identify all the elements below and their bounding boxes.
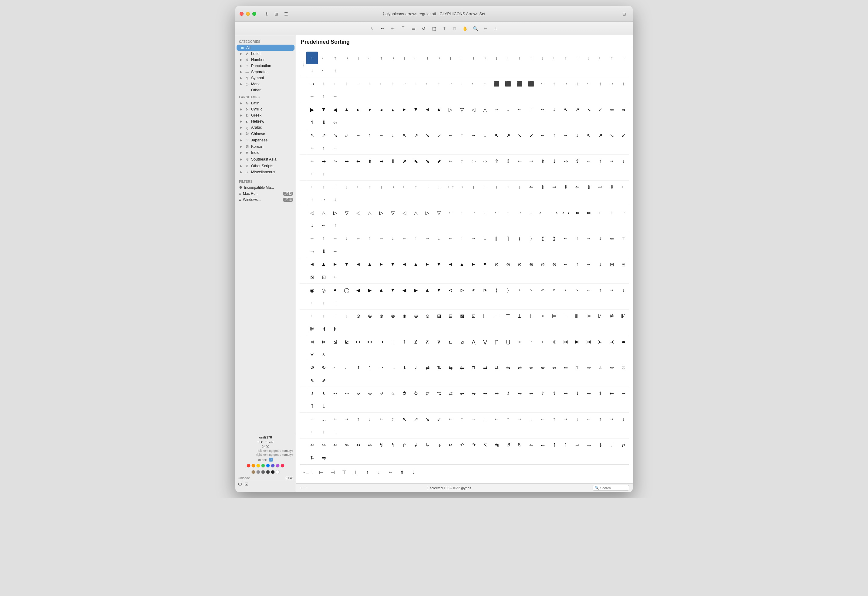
glyph-cell[interactable]: ← (583, 413, 595, 426)
glyph-cell[interactable]: ⟦ (491, 232, 502, 245)
glyph-cell[interactable]: ↖ (399, 129, 410, 142)
glyph-cell[interactable]: ⇔ (606, 361, 617, 374)
glyph-cell[interactable]: ▼ (318, 103, 329, 116)
glyph-cell[interactable]: ▽ (387, 206, 399, 219)
glyph-cell[interactable]: ↓ (617, 284, 629, 296)
sidebar-item-symbol[interactable]: ▶ ¶ Symbol (236, 75, 294, 81)
glyph-cell[interactable]: ⊽ (433, 335, 444, 348)
glyph-cell[interactable]: ← (595, 206, 606, 219)
glyph-cell[interactable]: → (560, 77, 571, 90)
glyph-cell[interactable]: ↖ (583, 129, 595, 142)
glyph-cell[interactable]: ↔ (537, 103, 548, 116)
settings-button[interactable]: ⚙ (238, 482, 242, 487)
glyph-cell[interactable]: ⇧ (583, 180, 595, 193)
glyph-cell[interactable]: ↓ (537, 52, 548, 64)
measure-tool[interactable]: ⊢ (481, 24, 490, 33)
glyph-cell[interactable]: ⇑ (306, 116, 318, 129)
glyph-cell[interactable]: ⋊ (583, 335, 595, 348)
glyph-cell[interactable]: → (329, 90, 341, 103)
glyph-cell[interactable]: ⬈ (399, 155, 410, 167)
glyph-cell[interactable]: ⇋ (502, 361, 514, 374)
glyph-cell[interactable]: ⇨ (479, 155, 491, 167)
glyph-cell[interactable]: ⊬ (595, 309, 606, 322)
glyph-cell[interactable]: → (525, 52, 537, 64)
glyph-cell[interactable]: ← (306, 232, 318, 245)
glyph-cell[interactable]: ← (375, 77, 387, 90)
glyph-cell[interactable]: ▼ (433, 284, 444, 296)
glyph-cell[interactable]: ⇓ (318, 245, 329, 257)
glyph-cell[interactable]: ⊻ (410, 335, 422, 348)
glyph-cell[interactable]: → (617, 206, 629, 219)
color-purple[interactable] (276, 464, 280, 467)
glyph-cell[interactable]: → (583, 258, 595, 271)
glyph-cell[interactable]: → (468, 232, 479, 245)
glyph-cell[interactable]: ⥕ (318, 400, 329, 413)
glyph-cell[interactable]: → (468, 413, 479, 426)
zoom-tool[interactable]: 🔍 (471, 24, 480, 33)
glyph-cell[interactable]: ↭ (353, 439, 364, 451)
glyph-cell[interactable]: ↙ (595, 103, 606, 116)
glyph-cell[interactable]: ↑ (456, 206, 468, 219)
glyph-cell[interactable]: ⬛ (491, 77, 502, 90)
glyph-cell[interactable]: ◄ (353, 258, 364, 271)
glyph-cell[interactable]: ⊵ (479, 284, 491, 296)
glyph-cell[interactable]: ▲ (364, 258, 375, 271)
glyph-cell[interactable]: ⇗ (318, 374, 329, 387)
glyph-cell[interactable]: ▲ (318, 258, 329, 271)
text-tool[interactable]: T (440, 24, 449, 33)
glyph-cell[interactable]: ➔ (306, 77, 318, 90)
glyph-cell[interactable]: ⇖ (306, 374, 318, 387)
glyph-cell[interactable]: ↗ (571, 103, 583, 116)
glyph-cell[interactable]: ↑ (422, 52, 433, 64)
glyph-cell[interactable]: ↓ (617, 155, 629, 167)
glyph-cell[interactable]: → (375, 129, 387, 142)
glyph-cell[interactable]: ↳ (422, 439, 433, 451)
glyph-cell[interactable]: ⬋ (433, 155, 444, 167)
glyph-cell[interactable]: ← (353, 129, 364, 142)
glyph-cell[interactable]: ⇔ (329, 116, 341, 129)
glyph-cell[interactable]: ← (595, 52, 606, 64)
glyph-cell[interactable]: → (387, 52, 399, 64)
glyph-cell[interactable]: ← (548, 52, 560, 64)
glyph-cell[interactable]: ↙ (433, 129, 444, 142)
glyph-cell[interactable]: ⊝ (422, 309, 433, 322)
glyph-cell[interactable]: ↑ (595, 413, 606, 426)
glyph-cell[interactable]: ↕ (548, 103, 560, 116)
glyph-cell[interactable]: ↓ (387, 129, 399, 142)
glyph-cell[interactable]: ⊴ (329, 335, 341, 348)
color-white[interactable] (276, 470, 280, 474)
glyph-cell[interactable]: ⥉ (502, 387, 514, 400)
glyph-cell[interactable]: ⊙ (491, 258, 502, 271)
glyph-cell[interactable]: ⊶ (353, 335, 364, 348)
glyph-cell[interactable]: ⊗ (514, 258, 525, 271)
glyph-cell[interactable]: ⥀ (399, 387, 410, 400)
glyph-cell[interactable]: ↶ (456, 439, 468, 451)
glyph-cell[interactable]: ⥄ (444, 387, 456, 400)
glyph-cell[interactable]: ← (537, 413, 548, 426)
glyph-cell[interactable]: ⇐ (606, 232, 617, 245)
glyph-cell[interactable]: ⇕ (571, 155, 583, 167)
glyph-cell[interactable]: ← (306, 155, 318, 167)
glyph-cell[interactable]: ↑ (525, 103, 537, 116)
glyph-cell[interactable]: ↻ (514, 439, 525, 451)
glyph-cell[interactable]: ← (306, 426, 318, 438)
glyph-cell[interactable]: ▲ (375, 284, 387, 296)
glyph-cell[interactable]: ↘ (422, 413, 433, 426)
glyph-cell[interactable]: ⊩ (560, 309, 571, 322)
glyph-cell[interactable]: ⇐ (560, 361, 571, 374)
glyph-cell[interactable]: ↑ (479, 77, 491, 90)
color-gray2[interactable] (261, 470, 265, 474)
color-pink[interactable] (280, 464, 285, 467)
glyph-cell[interactable]: ⇒ (306, 245, 318, 257)
glyph-cell[interactable]: ⬛ (514, 77, 525, 90)
glyph-cell[interactable]: ↑ (362, 466, 373, 479)
glyph-cell[interactable]: ↑ (491, 180, 502, 193)
glyph-cell[interactable]: ⊦ (525, 309, 537, 322)
glyph-cell[interactable]: ► (329, 258, 341, 271)
glyph-cell[interactable]: ↓ (502, 103, 514, 116)
glyph-cell[interactable]: ← (318, 64, 329, 77)
glyph-cell[interactable]: ⊟ (444, 309, 456, 322)
glyph-cell[interactable]: ⤻ (341, 387, 353, 400)
glyph-cell[interactable]: △ (318, 206, 329, 219)
glyph-cell[interactable]: ↗ (410, 129, 422, 142)
